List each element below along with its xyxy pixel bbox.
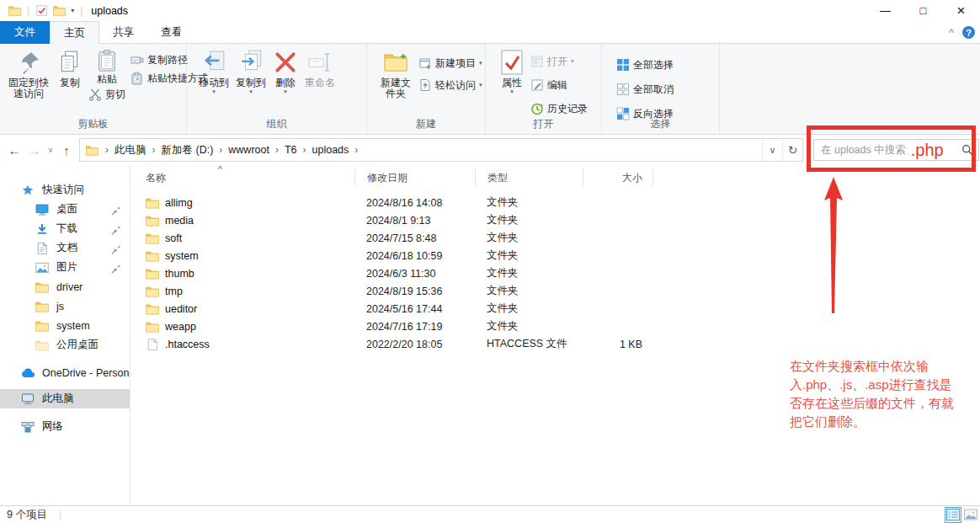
delete-button[interactable]: 删除 ▾ (269, 47, 301, 97)
file-row[interactable]: media2024/8/1 9:13文件夹 (130, 211, 980, 229)
qat-customize-dropdown-icon[interactable]: ▾ (71, 7, 74, 14)
maximize-button[interactable]: □ (904, 0, 942, 21)
folder-icon (146, 286, 159, 297)
sidebar-item--[interactable]: 图片 (0, 258, 130, 277)
select-none-button[interactable]: 全部取消 (614, 80, 676, 99)
cut-button[interactable]: 剪切 (86, 85, 128, 104)
breadcrumb-item[interactable]: 此电脑 (110, 143, 151, 157)
file-date: 2022/2/20 18:05 (354, 339, 475, 350)
ribbon-group-new: 新建文件夹 新建项目 ▾ 轻松访问 ▾ 新建 (367, 44, 486, 134)
move-to-button[interactable]: 移动到 ▾ (195, 47, 232, 97)
easy-access-button[interactable]: 轻松访问 ▾ (416, 76, 485, 94)
items-count: 9 个项目 (0, 508, 47, 522)
file-row[interactable]: tmp2024/8/19 15:36文件夹 (130, 282, 980, 300)
sidebar-item-pc[interactable]: 此电脑 (0, 389, 130, 408)
breadcrumb-separator-icon[interactable]: › (217, 144, 224, 156)
new-folder-button[interactable]: 新建文件夹 (375, 47, 416, 102)
file-row[interactable]: weapp2024/7/16 17:19文件夹 (130, 318, 980, 335)
tab-view[interactable]: 查看 (147, 21, 195, 44)
breadcrumb-separator-icon[interactable]: › (353, 144, 360, 156)
file-row[interactable]: system2024/6/18 10:59文件夹 (130, 247, 980, 264)
list-view-icon (946, 509, 960, 520)
search-box[interactable]: 在 uploads 中搜索 .php (813, 139, 979, 161)
edit-button[interactable]: 编辑 (528, 76, 590, 94)
column-header-date[interactable]: 修改日期 (354, 169, 475, 186)
recent-locations-dropdown-icon[interactable]: ∨ (45, 146, 56, 154)
details-view-button[interactable] (945, 508, 961, 522)
select-all-button[interactable]: 全部选择 (614, 56, 676, 74)
sidebar-item-network[interactable]: 网络 (0, 417, 130, 436)
file-row[interactable]: allimg2024/8/16 14:08文件夹 (130, 194, 980, 211)
properties-button[interactable]: 属性 ▾ (496, 47, 528, 97)
new-folder-icon (383, 50, 408, 75)
back-button[interactable]: ← (5, 143, 24, 157)
rename-button[interactable]: 重命名 (301, 47, 338, 91)
new-item-button[interactable]: 新建项目 ▾ (416, 54, 485, 72)
address-row: ← → ∨ ↑ › 此电脑›新加卷 (D:)›wwwroot›T6›upload… (0, 135, 980, 165)
breadcrumb-separator-icon[interactable]: › (301, 144, 308, 156)
content-area: 快速访问桌面下载文档图片driverjssystem公用桌面OneDrive -… (0, 165, 980, 505)
thumbnail-view-button[interactable] (963, 508, 978, 522)
sidebar: 快速访问桌面下载文档图片driverjssystem公用桌面OneDrive -… (0, 165, 130, 505)
file-type: HTACCESS 文件 (475, 337, 583, 351)
paste-shortcut-icon (130, 72, 144, 85)
copy-button[interactable]: 复制 (54, 47, 86, 91)
folder-icon (146, 268, 159, 280)
sidebar-item-label: 公用桌面 (56, 338, 99, 352)
paste-button[interactable]: 粘贴 (93, 47, 121, 85)
help-icon[interactable]: ? (962, 26, 975, 39)
column-header-type[interactable]: 类型 (475, 169, 583, 186)
file-date: 2024/8/16 14:08 (354, 197, 475, 209)
sidebar-item--[interactable]: 桌面 (0, 200, 130, 219)
breadcrumb-separator-icon[interactable]: › (151, 144, 157, 156)
file-size: 1 KB (583, 339, 652, 350)
open-icon (530, 55, 544, 68)
copy-to-icon (238, 50, 264, 75)
search-icon[interactable] (961, 144, 973, 156)
address-folder-icon (86, 145, 99, 156)
pin-to-quick-access-button[interactable]: 固定到快速访问 (3, 47, 54, 102)
file-row[interactable]: .htaccess2022/2/20 18:05HTACCESS 文件1 KB (130, 335, 980, 353)
sidebar-item--[interactable]: 下载 (0, 219, 130, 238)
tab-file[interactable]: 文件 (0, 21, 50, 44)
up-button[interactable]: ↑ (57, 143, 76, 157)
refresh-icon[interactable]: ↻ (782, 139, 802, 161)
sidebar-item-system[interactable]: system (0, 316, 130, 335)
minimize-button[interactable]: — (866, 0, 904, 21)
copy-to-button[interactable]: 复制到 ▾ (232, 47, 269, 97)
column-header-name[interactable]: 名称 (141, 169, 354, 186)
sidebar-item--[interactable]: 文档 (0, 238, 130, 258)
file-row[interactable]: ueditor2024/5/16 17:44文件夹 (130, 300, 980, 318)
folder-light-icon (35, 339, 49, 351)
open-button[interactable]: 打开 ▾ (528, 52, 590, 71)
forward-button[interactable]: → (25, 143, 44, 157)
history-button[interactable]: 历史记录 (528, 99, 590, 118)
file-row[interactable]: thumb2024/6/3 11:30文件夹 (130, 264, 980, 282)
breadcrumb-separator-icon[interactable]: › (274, 144, 280, 156)
breadcrumb-item[interactable]: T6 (280, 144, 301, 156)
sidebar-item--[interactable]: 公用桌面 (0, 335, 130, 355)
sidebar-item-driver[interactable]: driver (0, 277, 130, 296)
new-folder-quick-icon[interactable] (53, 5, 66, 16)
sidebar-item-quick-access[interactable]: 快速访问 (0, 180, 130, 200)
sidebar-item-js[interactable]: js (0, 296, 130, 316)
group-label-clipboard: 剪贴板 (0, 117, 186, 131)
tab-home[interactable]: 主页 (50, 21, 99, 44)
breadcrumb-item[interactable]: wwwroot (224, 144, 274, 156)
tab-share[interactable]: 共享 (99, 21, 147, 44)
sidebar-item-cloud[interactable]: OneDrive - Persona (0, 363, 130, 382)
address-dropdown-icon[interactable]: ∨ (762, 139, 782, 161)
file-type: 文件夹 (475, 248, 583, 263)
address-bar[interactable]: › 此电脑›新加卷 (D:)›wwwroot›T6›uploads› ∨ ↻ (79, 138, 803, 162)
properties-quick-icon[interactable] (35, 5, 48, 16)
file-row[interactable]: soft2024/7/15 8:48文件夹 (130, 229, 980, 247)
breadcrumb-item[interactable]: 新加卷 (D:) (157, 143, 218, 157)
copy-to-dropdown-icon: ▾ (249, 89, 253, 94)
pinned-icon (109, 243, 122, 254)
close-button[interactable]: × (942, 0, 980, 21)
breadcrumb-item[interactable]: uploads (308, 144, 354, 156)
collapse-ribbon-icon[interactable]: ^ (949, 26, 954, 39)
sort-ascending-icon[interactable]: ^ (218, 164, 222, 174)
history-icon (530, 102, 544, 115)
column-header-size[interactable]: 大小 (583, 169, 652, 186)
